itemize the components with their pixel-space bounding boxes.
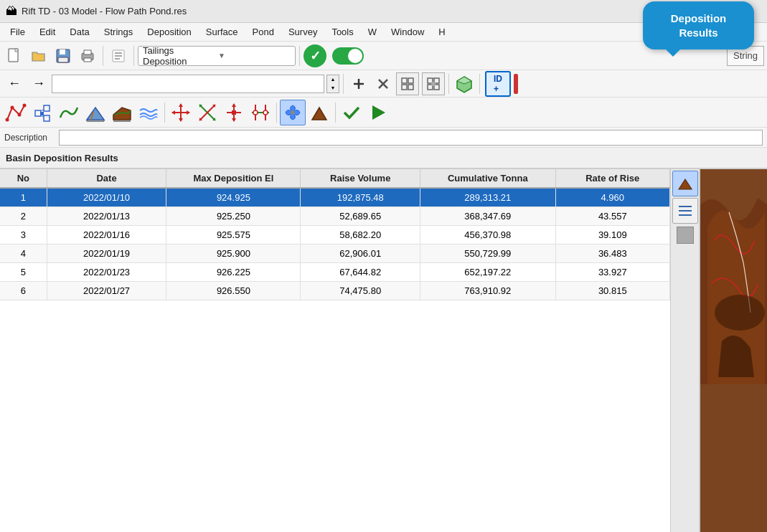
svg-rect-5 bbox=[84, 50, 91, 54]
run-button[interactable] bbox=[365, 100, 391, 125]
cell-date: 2022/01/27 bbox=[47, 282, 166, 300]
profile-tool-button[interactable] bbox=[83, 100, 108, 125]
menu-window[interactable]: Window bbox=[384, 25, 431, 39]
cell-rate: 30.815 bbox=[555, 282, 669, 300]
table-row[interactable]: 32022/01/16925.57558,682.20456,370.9839.… bbox=[0, 226, 670, 244]
print-button[interactable] bbox=[76, 44, 99, 67]
menu-deposition[interactable]: Deposition bbox=[140, 25, 198, 39]
svg-rect-6 bbox=[84, 58, 91, 62]
polyline-tool-button[interactable] bbox=[3, 100, 29, 125]
intersect-button[interactable] bbox=[248, 100, 273, 125]
svg-point-28 bbox=[18, 113, 22, 116]
svg-point-73 bbox=[715, 295, 765, 331]
description-row: Description bbox=[0, 128, 767, 148]
toolbar3 bbox=[0, 98, 767, 128]
terrain-view-button[interactable] bbox=[672, 171, 698, 196]
svg-point-64 bbox=[263, 110, 268, 115]
cell-tonna: 652,197.22 bbox=[420, 263, 555, 282]
cell-no: 1 bbox=[0, 188, 47, 207]
svg-rect-15 bbox=[402, 78, 407, 83]
table-header-row: No Date Max Deposition El Raise Volume C… bbox=[0, 169, 670, 188]
table-row[interactable]: 12022/01/10924.925192,875.48289,313.214.… bbox=[0, 188, 670, 207]
new-doc-button[interactable] bbox=[3, 44, 26, 67]
menu-file[interactable]: File bbox=[3, 25, 32, 39]
cell-no: 5 bbox=[0, 263, 47, 282]
back-button[interactable]: ← bbox=[3, 72, 26, 95]
cell-no: 2 bbox=[0, 207, 47, 226]
toggle-knob bbox=[348, 49, 362, 63]
menu-data[interactable]: Data bbox=[62, 25, 96, 39]
menu-strings[interactable]: Strings bbox=[97, 25, 140, 39]
svg-marker-58 bbox=[232, 118, 236, 122]
menu-edit[interactable]: Edit bbox=[32, 25, 62, 39]
col-header-raise: Raise Volume bbox=[301, 169, 420, 188]
svg-marker-46 bbox=[179, 118, 183, 122]
svg-marker-36 bbox=[87, 108, 104, 120]
cell-raise: 52,689.65 bbox=[301, 207, 420, 226]
table-row[interactable]: 52022/01/23926.22567,644.82652,197.2233.… bbox=[0, 263, 670, 282]
slope-chart-button[interactable] bbox=[109, 100, 135, 125]
cell-dep: 926.550 bbox=[166, 282, 301, 300]
spin-down-button[interactable]: ▼ bbox=[327, 84, 339, 92]
description-input[interactable] bbox=[59, 130, 763, 146]
menu-w[interactable]: W bbox=[361, 25, 384, 39]
add-button[interactable] bbox=[347, 72, 370, 95]
separator3 bbox=[299, 46, 300, 66]
svg-rect-3 bbox=[58, 57, 68, 62]
cell-no: 6 bbox=[0, 282, 47, 300]
grid-button[interactable] bbox=[396, 72, 419, 95]
save-button[interactable] bbox=[52, 44, 75, 67]
cell-raise: 67,644.82 bbox=[301, 263, 420, 282]
menu-survey[interactable]: Survey bbox=[281, 25, 324, 39]
right-toolbar bbox=[670, 169, 699, 532]
accept-button[interactable] bbox=[339, 100, 364, 125]
grid-button2[interactable] bbox=[422, 72, 445, 95]
svg-rect-32 bbox=[44, 115, 50, 121]
edit-button[interactable] bbox=[107, 44, 130, 67]
diagonal-move-button[interactable] bbox=[194, 100, 220, 125]
toggle-switch[interactable] bbox=[332, 47, 364, 65]
list-view-button[interactable] bbox=[672, 198, 698, 224]
forward-button[interactable]: → bbox=[27, 72, 50, 95]
extend-button[interactable] bbox=[221, 100, 247, 125]
dropdown-arrow-icon: ▼ bbox=[218, 52, 291, 60]
waves-tool-button[interactable] bbox=[136, 100, 161, 125]
wave-tool-button[interactable] bbox=[56, 100, 82, 125]
svg-rect-30 bbox=[35, 110, 41, 116]
open-folder-button[interactable] bbox=[27, 44, 50, 67]
separator2 bbox=[133, 46, 134, 66]
cell-tonna: 763,910.92 bbox=[420, 282, 555, 300]
section-title: Basin Deposition Results bbox=[0, 148, 767, 169]
cell-date: 2022/01/23 bbox=[47, 263, 166, 282]
callout-line1: Deposition bbox=[671, 12, 727, 24]
spin-up-button[interactable]: ▲ bbox=[327, 75, 339, 84]
table-row[interactable]: 42022/01/19925.90062,906.01550,729.9936.… bbox=[0, 244, 670, 263]
deposition-type-dropdown[interactable]: Tailings Deposition ▼ bbox=[138, 46, 296, 66]
nav-input[interactable] bbox=[52, 75, 324, 93]
move-all-button[interactable] bbox=[168, 100, 194, 125]
menu-tools[interactable]: Tools bbox=[324, 25, 360, 39]
cell-rate: 39.109 bbox=[555, 226, 669, 244]
red-indicator bbox=[514, 74, 518, 94]
remove-button[interactable] bbox=[372, 72, 395, 95]
pinwheel-tool-button[interactable] bbox=[280, 100, 306, 125]
id-plus-label: ID+ bbox=[494, 74, 502, 94]
cell-dep: 925.575 bbox=[166, 226, 301, 244]
menu-surface[interactable]: Surface bbox=[199, 25, 245, 39]
menu-pond[interactable]: Pond bbox=[245, 25, 281, 39]
heap-tool-button[interactable] bbox=[306, 100, 332, 125]
cell-dep: 926.225 bbox=[166, 263, 301, 282]
svg-point-23 bbox=[431, 82, 436, 86]
col-header-date: Date bbox=[47, 169, 166, 188]
id-plus-button[interactable]: ID+ bbox=[485, 71, 511, 97]
menu-h[interactable]: H bbox=[431, 25, 452, 39]
table-row[interactable]: 22022/01/13925.25052,689.65368,347.6943.… bbox=[0, 207, 670, 226]
callout-line2: Results bbox=[679, 27, 717, 39]
cell-no: 3 bbox=[0, 226, 47, 244]
3d-view-button[interactable] bbox=[453, 72, 476, 95]
node-edit-button[interactable] bbox=[29, 100, 55, 125]
cell-raise: 62,906.01 bbox=[301, 244, 420, 263]
col-header-no: No bbox=[0, 169, 47, 188]
confirm-button[interactable]: ✓ bbox=[303, 44, 326, 67]
table-row[interactable]: 62022/01/27926.55074,475.80763,910.9230.… bbox=[0, 282, 670, 300]
